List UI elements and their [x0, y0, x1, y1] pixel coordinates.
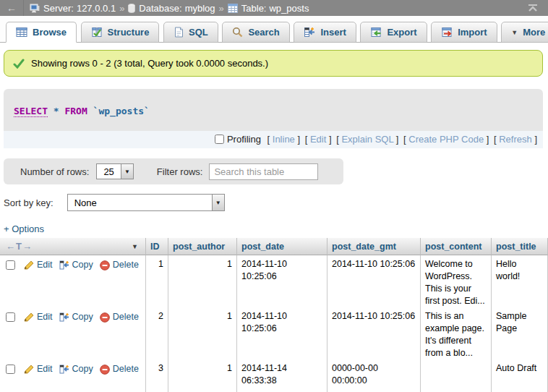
cell-post-title: Auto Draft — [492, 359, 548, 392]
column-header-post-date-gmt[interactable]: post_date_gmt — [327, 238, 421, 255]
sql-table-identifier: `wp_posts` — [93, 106, 150, 116]
refresh-link[interactable]: Refresh — [499, 134, 532, 145]
column-header-post-content[interactable]: post_content — [421, 238, 492, 255]
tab-export[interactable]: Export — [360, 22, 427, 43]
sql-keyword: FROM — [64, 106, 87, 116]
cell-post-date: 2014-11-10 10:25:06 — [237, 307, 327, 359]
cell-post-author: 1 — [168, 255, 237, 307]
edit-row-link[interactable]: Edit — [24, 311, 53, 323]
breadcrumb: ← Server: 127.0.0.1 » Database: myblog » — [0, 0, 548, 16]
browse-icon — [16, 27, 27, 38]
pencil-icon — [24, 260, 34, 270]
cell-id: 1 — [146, 255, 168, 307]
chevron-down-icon: ▼ — [511, 29, 518, 36]
row-actions: Edit Copy Delete — [0, 359, 146, 392]
insert-icon — [304, 27, 315, 38]
column-header-post-title[interactable]: post_title — [492, 238, 548, 255]
delete-icon — [100, 365, 110, 375]
profiling-label: Profiling — [227, 134, 261, 145]
row-checkbox[interactable] — [6, 260, 15, 270]
pencil-icon — [24, 365, 34, 374]
copy-row-link[interactable]: Copy — [59, 363, 93, 375]
back-arrow-icon[interactable]: ← — [0, 0, 24, 16]
sql-query-box: SELECT * FROM `wp_posts` Profiling Inlin… — [4, 89, 543, 148]
structure-icon — [91, 27, 103, 38]
cell-post-content: This is an example page. It's different … — [421, 307, 492, 359]
options-toggle-link[interactable]: + Options — [4, 223, 44, 234]
delete-icon — [100, 312, 110, 323]
cell-id: 3 — [146, 359, 168, 392]
cell-post-date: 2014-11-10 10:25:06 — [237, 255, 327, 307]
explain-sql-link[interactable]: Explain SQL — [341, 134, 393, 145]
profiling-checkbox[interactable] — [215, 135, 224, 144]
sql-icon — [174, 27, 184, 38]
copy-row-link[interactable]: Copy — [59, 311, 93, 323]
edit-query-link-wrap: Edit — [305, 134, 332, 145]
column-header-id[interactable]: ID — [146, 238, 168, 255]
tab-import[interactable]: Import — [431, 22, 497, 43]
cell-post-title: Sample Page — [492, 307, 548, 359]
collapse-panel-icon[interactable] — [522, 4, 544, 12]
database-icon — [128, 4, 135, 13]
delete-row-link[interactable]: Delete — [100, 311, 139, 323]
export-icon — [370, 27, 382, 38]
num-rows-select[interactable]: 25 ▼ — [96, 163, 133, 179]
tab-structure[interactable]: Structure — [81, 22, 160, 43]
breadcrumb-database[interactable]: Database: myblog — [139, 3, 215, 14]
pencil-icon — [24, 312, 34, 322]
delete-row-link[interactable]: Delete — [100, 259, 139, 271]
breadcrumb-separator: » — [219, 3, 224, 14]
sql-query-text: SELECT * FROM `wp_posts` — [4, 89, 543, 131]
copy-icon — [59, 365, 69, 374]
row-checkbox[interactable] — [6, 312, 15, 322]
tab-search[interactable]: Search — [222, 22, 289, 43]
column-header-post-author[interactable]: post_author — [168, 238, 237, 255]
breadcrumb-server[interactable]: Server: 127.0.0.1 — [43, 3, 116, 14]
tab-bar: Browse Structure SQL Search Insert Expor… — [0, 16, 548, 43]
explain-sql-link-wrap: Explain SQL — [336, 134, 398, 145]
chevron-down-icon[interactable]: ▼ — [132, 243, 138, 250]
server-icon — [30, 4, 40, 13]
cell-post-date-gmt: 2014-11-10 10:25:06 — [327, 255, 421, 307]
cell-post-content: Welcome to WordPress. This is your first… — [421, 255, 492, 307]
num-rows-label: Number of rows: — [20, 166, 89, 177]
edit-query-link[interactable]: Edit — [310, 134, 326, 145]
cell-post-author: 1 — [168, 359, 237, 392]
tab-more[interactable]: ▼ More — [501, 22, 548, 43]
sort-by-key-select[interactable]: None ▼ — [67, 194, 225, 211]
check-icon — [13, 59, 25, 69]
row-checkbox[interactable] — [6, 365, 15, 374]
row-actions: Edit Copy Delete — [0, 255, 146, 307]
refresh-link-wrap: Refresh — [494, 134, 537, 145]
sort-by-key-label: Sort by key: — [4, 197, 53, 208]
action-column-header: ←T→ ▼ — [0, 238, 146, 255]
filter-rows-input[interactable] — [209, 163, 318, 180]
cell-post-content — [421, 359, 492, 392]
status-message: Showing rows 0 - 2 (3 total, Query took … — [4, 50, 543, 77]
results-controls-bar: Number of rows: 25 ▼ Filter rows: — [4, 158, 343, 184]
breadcrumb-table[interactable]: Table: wp_posts — [241, 3, 309, 14]
filter-rows-label: Filter rows: — [157, 166, 203, 177]
cell-post-date: 2014-11-14 06:33:38 — [237, 359, 327, 392]
transpose-widget-icon[interactable]: ←T→ — [6, 241, 33, 252]
tab-browse[interactable]: Browse — [6, 22, 77, 43]
create-php-code-link-wrap: Create PHP Code — [403, 134, 489, 145]
cell-post-title: Hello world! — [492, 255, 548, 307]
cell-post-date-gmt: 2014-11-10 10:25:06 — [327, 307, 421, 359]
copy-icon — [59, 312, 69, 322]
sort-by-key-row: Sort by key: None ▼ — [4, 194, 548, 211]
sql-keyword: SELECT — [14, 106, 48, 117]
tab-sql[interactable]: SQL — [163, 22, 218, 43]
copy-row-link[interactable]: Copy — [59, 259, 93, 271]
status-text: Showing rows 0 - 2 (3 total, Query took … — [31, 58, 268, 69]
breadcrumb-separator: » — [119, 3, 124, 14]
import-icon — [441, 27, 453, 38]
delete-row-link[interactable]: Delete — [100, 363, 139, 375]
column-header-post-date[interactable]: post_date — [237, 238, 327, 255]
edit-row-link[interactable]: Edit — [24, 363, 53, 375]
cell-id: 2 — [146, 307, 168, 359]
edit-row-link[interactable]: Edit — [24, 259, 53, 271]
create-php-code-link[interactable]: Create PHP Code — [408, 134, 484, 145]
tab-insert[interactable]: Insert — [294, 22, 356, 43]
inline-link[interactable]: Inline — [273, 134, 295, 145]
